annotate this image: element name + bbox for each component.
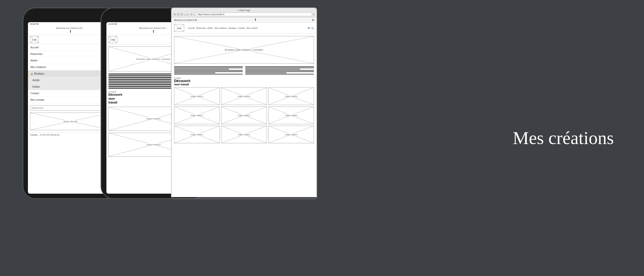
phone1-image-label: Image retouche (63, 120, 78, 123)
phone1-menu-retouches[interactable]: Retouches (28, 51, 113, 57)
nav-accueil[interactable]: Accueil (188, 27, 195, 29)
desktop-hero-label: Illustration vidéo créations + animation (224, 49, 264, 51)
phone2-img2-label: Image créations (146, 144, 161, 146)
nav-email-icon: ✉ (308, 27, 310, 29)
dr1 (245, 66, 314, 67)
site-topbar: Bienvenue sur Couture en Île ... f ✉ (172, 17, 316, 23)
lorem-line-6 (108, 82, 172, 83)
browser-close-btn[interactable] (174, 13, 176, 16)
site-topbar-text: Bienvenue sur Couture en Île ... (174, 19, 199, 21)
phone2-img1-label: Image créations (146, 118, 161, 120)
phone1-menu-atelier[interactable]: Atelier (28, 57, 113, 64)
desktop-two-col (174, 66, 314, 75)
phone1-vol-up (23, 33, 23, 41)
phone1-header: Bienvenue sur Couture en Île ... f (28, 26, 113, 35)
phone1-menu: Accueil Retouches Atelier Mes créations … (28, 44, 113, 103)
desktop-apropos-subtitle: mon travail (174, 83, 314, 86)
desktop-img-7: Image créations (174, 126, 220, 143)
phone1-menu-accueil[interactable]: Accueil (28, 44, 113, 51)
dl1 (174, 66, 243, 67)
phone2-time: 12:20 PM (108, 23, 117, 25)
dr4 (245, 70, 314, 71)
site-fb-icon: f (255, 18, 256, 22)
dl4 (174, 70, 243, 71)
browser-minimize-btn[interactable] (177, 13, 180, 16)
phone1-search-box: 🔍 (30, 105, 111, 111)
phone1-menu-contact[interactable]: Contact (28, 90, 113, 97)
phone2-notch (140, 13, 167, 18)
desktop-apropos-title: Découvrir (174, 79, 314, 83)
browser-maximize-btn[interactable] (181, 13, 183, 16)
nav-mon-compte[interactable]: Mon compte (247, 27, 258, 29)
nav-mes-creations[interactable]: Mes créations (215, 27, 227, 29)
phone1-image-retouche: Image retouche (30, 113, 111, 130)
browser-forward-btn[interactable]: ▷ (187, 13, 189, 16)
phone1-screen: 05:08 PM ▌▌▌ ✦ ▼ Bienvenue sur Couture e… (28, 22, 113, 194)
phone2-facebook-icon: f (153, 30, 154, 34)
browser-url[interactable]: https://www.coutureenlile.fr (196, 13, 312, 16)
phone1-notch (58, 13, 83, 18)
desktop-img-3: Image créations (268, 87, 314, 105)
phone1-vol-down (23, 44, 23, 51)
phone1-menu-enfant[interactable]: Enfant (28, 84, 113, 90)
dl5 (174, 71, 243, 72)
phone2-hero-label: Illustration vidéo créations + animation (136, 58, 171, 60)
site-email-icon: ✉ (312, 19, 314, 21)
boutique-lock-icon: 🔒 (30, 73, 33, 75)
nav-search-icon[interactable]: 🔍 (311, 27, 314, 29)
desktop-img-1: Image créations (174, 87, 220, 105)
phone1-menu-creations[interactable]: Mes créations (28, 64, 113, 71)
phone2-logo: Logo (108, 36, 117, 43)
phone1-statusbar: 05:08 PM ▌▌▌ ✦ ▼ (28, 22, 113, 26)
phone1-search-input[interactable] (30, 106, 105, 110)
desktop-img-4: Image créations (174, 107, 220, 124)
browser-body: Bienvenue sur Couture en Île ... f ✉ Log… (171, 17, 317, 197)
dl7 (174, 74, 243, 75)
desktop-img-5: Image créations (221, 107, 267, 124)
desktop-apropos-label: A propos (174, 77, 314, 79)
phone1-toolbar: Logo (28, 35, 113, 44)
nav-atelier[interactable]: Atelier (207, 27, 213, 29)
desktop-img-grid-row2: Image créations Image créations Image cr… (174, 107, 314, 124)
browser-title: A Web Page (174, 9, 314, 12)
dr7 (245, 74, 314, 75)
nav-retouches[interactable]: Retouches (196, 27, 206, 29)
desktop-img-8: Image créations (221, 126, 267, 143)
dl2 (174, 67, 243, 68)
phone1-menu-adulte[interactable]: Adulte (28, 77, 113, 84)
nav-contact[interactable]: Contact (238, 27, 245, 29)
phone2-vol-up (101, 33, 101, 41)
dl6 (174, 73, 215, 73)
dr3 (245, 69, 300, 70)
dr5 (245, 71, 314, 72)
phone2-vol-down (101, 44, 101, 51)
phone1-logo: Logo (30, 36, 39, 43)
browser-back-btn[interactable]: ◁ (184, 13, 186, 16)
desktop-img-9: Image créations (268, 126, 314, 143)
page-label: Mes créations (513, 128, 614, 149)
browser-chrome: A Web Page ◁ ▷ ↺ ⌂ https://www.coutureen… (171, 8, 317, 17)
site-logo: Logo (174, 24, 184, 32)
phone1-facebook-icon: f (70, 30, 71, 34)
desktop-apropos: A propos Découvrir mon travail (174, 77, 314, 86)
nav-icons: ✉ 🔍 (308, 27, 314, 29)
phone1-menu-moncompte[interactable]: Mon compte (28, 97, 113, 103)
browser-controls: ◁ ▷ ↺ ⌂ https://www.coutureenlile.fr ≡ (174, 13, 314, 16)
phone2-header-title: Bienvenue sur Couture en Île ... (139, 27, 168, 29)
phone1-submenu-boutique: Adulte Enfant (28, 77, 113, 90)
desktop-img-grid-row3: Image créations Image créations Image cr… (174, 126, 314, 143)
desktop-img-grid-row1: Image créations Image créations Image cr… (174, 87, 314, 105)
nav-boutique[interactable]: Boutique (229, 27, 237, 29)
desktop: A Web Page ◁ ▷ ↺ ⌂ https://www.coutureen… (171, 8, 317, 199)
browser-reload-btn[interactable]: ↺ (190, 13, 192, 16)
desktop-col-right (245, 66, 314, 75)
browser-home-btn[interactable]: ⌂ (193, 13, 195, 16)
phone1-menu-boutique[interactable]: 🔒 Boutique - (28, 71, 113, 77)
desktop-hero-image: Illustration vidéo créations + animation (174, 36, 314, 64)
phone1-footer: Copyright ... PC ML CGV Plan de site ... (28, 132, 113, 137)
phone1-header-title: Bienvenue sur Couture en Île ... (56, 27, 85, 29)
browser-menu-btn[interactable]: ≡ (313, 13, 314, 16)
dr6 (245, 73, 287, 73)
dr2 (245, 67, 314, 68)
desktop-img-2: Image créations (221, 87, 267, 105)
